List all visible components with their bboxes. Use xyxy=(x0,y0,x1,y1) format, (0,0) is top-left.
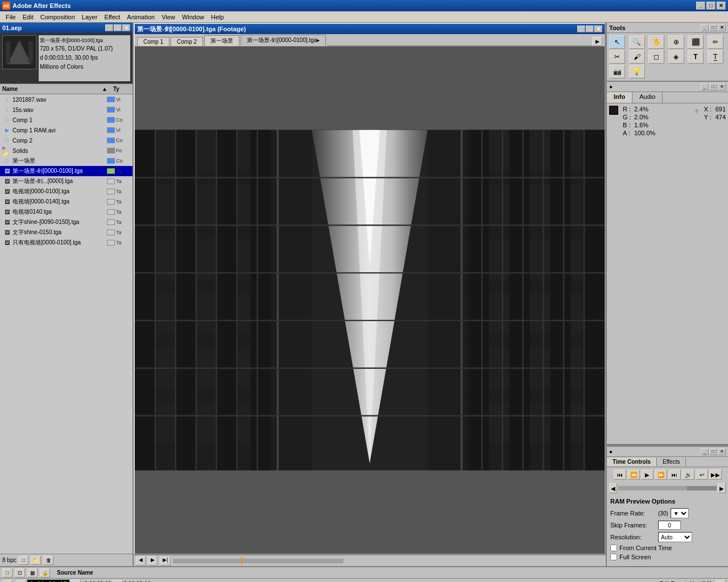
tool-clone[interactable]: ✂ xyxy=(609,50,625,64)
footage-window-controls[interactable]: _ □ ✕ xyxy=(577,26,602,32)
time-nav1[interactable]: ⊡ xyxy=(71,580,81,583)
maximize-btn[interactable]: □ xyxy=(706,2,715,10)
tool-blur[interactable]: ◈ xyxy=(668,50,684,64)
list-item[interactable]: 🖼 电视墙0140.tga Ta xyxy=(0,207,133,217)
menu-layer[interactable]: Layer xyxy=(78,13,101,22)
info-close[interactable]: ✕ xyxy=(718,84,726,90)
tab-effects[interactable]: Effects xyxy=(657,458,686,466)
tab-comp2[interactable]: Comp 2 xyxy=(171,37,203,46)
btn-next-frame[interactable]: ⏩ xyxy=(655,469,667,480)
tool-eraser[interactable]: ◻ xyxy=(648,50,664,64)
menu-effect[interactable]: Effect xyxy=(101,13,123,22)
tab-info[interactable]: Info xyxy=(607,92,632,103)
list-item[interactable]: □ Comp 1 Co xyxy=(0,115,133,125)
playhead[interactable] xyxy=(241,557,242,565)
btn-first-frame[interactable]: ⏮ xyxy=(614,469,626,480)
list-item[interactable]: □ 第一场景 Co xyxy=(0,156,133,166)
btn-sub1[interactable]: ◀ xyxy=(609,483,617,493)
new-comp-btn[interactable]: □ xyxy=(18,556,28,565)
resolution-select[interactable]: Auto xyxy=(658,532,692,542)
comp-icon-btn2[interactable]: ⊡ xyxy=(15,568,25,577)
footage-close[interactable]: ✕ xyxy=(594,26,602,32)
info-maximize[interactable]: □ xyxy=(709,84,717,90)
skip-frames-input[interactable] xyxy=(658,521,681,530)
menu-animation[interactable]: Animation xyxy=(123,13,158,22)
btn-loop[interactable]: ↩ xyxy=(696,469,708,480)
list-item[interactable]: ♪ 15s.wav Vi xyxy=(0,105,133,115)
prev-frame-btn[interactable]: ◀ xyxy=(136,556,146,566)
project-close[interactable]: ✕ xyxy=(122,24,130,31)
menu-view[interactable]: View xyxy=(158,13,179,22)
tool-text[interactable]: T xyxy=(688,50,704,64)
trash-btn[interactable]: 🗑 xyxy=(43,556,53,565)
menu-help[interactable]: Help xyxy=(208,13,228,22)
menu-edit[interactable]: Edit xyxy=(19,13,37,22)
toggle-time[interactable]: ⊞ xyxy=(16,580,26,583)
list-col-name[interactable]: Name xyxy=(2,86,102,92)
btn-play[interactable]: ▶ xyxy=(641,469,653,480)
menu-composition[interactable]: Composition xyxy=(37,13,78,22)
info-minimize[interactable]: _ xyxy=(701,84,709,90)
tools-minimize[interactable]: _ xyxy=(701,24,709,31)
footage-maximize[interactable]: □ xyxy=(586,26,594,32)
tool-hand[interactable]: ✋ xyxy=(648,35,664,49)
tool-select[interactable]: ↖ xyxy=(609,35,625,49)
info-controls[interactable]: _ □ ✕ xyxy=(701,84,726,90)
tool-mask[interactable]: ⬛ xyxy=(688,35,704,49)
list-item[interactable]: ▶ Comp 1 RAM.avi Vi xyxy=(0,125,133,135)
tool-text2[interactable]: T̲ xyxy=(708,50,723,64)
tool-paint[interactable]: 🖌 xyxy=(629,50,645,64)
list-item-selected[interactable]: 🖼 第一场景-剑[0000-0100].tga Ta xyxy=(0,166,133,176)
window-controls[interactable]: _ □ ✕ xyxy=(696,2,726,10)
project-minimize[interactable]: _ xyxy=(105,24,113,31)
tools-maximize[interactable]: □ xyxy=(709,24,717,31)
tab-time-controls[interactable]: Time Controls xyxy=(607,458,657,466)
tool-pen[interactable]: ✏ xyxy=(708,35,723,49)
close-btn[interactable]: ✕ xyxy=(717,2,726,10)
frame-rate-select[interactable]: ▼ xyxy=(671,508,689,518)
tc-maximize[interactable]: □ xyxy=(709,448,717,455)
tab-scene[interactable]: 第一场景 xyxy=(204,35,239,46)
folder-btn[interactable]: 📁 xyxy=(31,556,41,565)
tab-audio[interactable]: Audio xyxy=(632,92,663,103)
minimize-btn[interactable]: _ xyxy=(696,2,705,10)
current-time-display[interactable]: 0:00:00:17 xyxy=(27,580,69,582)
menu-file[interactable]: File xyxy=(2,13,19,22)
list-item[interactable]: □ Comp 2 Co xyxy=(0,135,133,146)
duration-nav[interactable]: △ xyxy=(113,580,123,583)
list-item[interactable]: 🖼 电视墙[0000-0100].tga Ta xyxy=(0,186,133,197)
tool-orbit[interactable]: ⊕ xyxy=(668,35,684,49)
tool-camera[interactable]: 📷 xyxy=(609,65,625,78)
time-controls-window-controls[interactable]: _ □ ✕ xyxy=(701,448,726,455)
footage-minimize[interactable]: _ xyxy=(577,26,585,32)
tab-footage[interactable]: 第一场景-剑[0000-0100].tga▸ xyxy=(241,35,326,46)
list-item[interactable]: ♪ 1201887.wav Vi xyxy=(0,94,133,105)
menu-window[interactable]: Window xyxy=(179,13,208,22)
next-frame-btn[interactable]: ▶| xyxy=(160,556,171,566)
list-col-sort[interactable]: ▲ xyxy=(102,86,113,92)
comp-icon-btn1[interactable]: □ xyxy=(2,568,13,577)
tc-close[interactable]: ✕ xyxy=(718,448,726,455)
playback-scrubber[interactable] xyxy=(618,486,717,490)
comp-icon-btn3[interactable]: ▦ xyxy=(27,568,38,577)
expand-btn[interactable]: ▶ xyxy=(715,580,726,583)
tool-zoom[interactable]: 🔍 xyxy=(629,35,645,49)
list-item[interactable]: 🖼 第一场景-剑...[0000].tga Ta xyxy=(0,176,133,186)
from-current-checkbox[interactable] xyxy=(610,544,617,551)
comp-play-btn[interactable]: ▶ xyxy=(2,580,13,583)
btn-audio[interactable]: 🔊 xyxy=(682,469,694,480)
playhead-scrubber[interactable] xyxy=(173,559,344,563)
tab-comp1[interactable]: Comp 1 xyxy=(137,37,169,46)
tools-close[interactable]: ✕ xyxy=(718,24,726,31)
tools-controls[interactable]: _ □ ✕ xyxy=(701,24,726,31)
btn-last-frame[interactable]: ⏭ xyxy=(668,469,681,480)
play-btn[interactable]: ▶ xyxy=(148,556,158,566)
tc-minimize[interactable]: _ xyxy=(701,448,709,455)
list-item[interactable]: 🖼 文字shine-0150.tga Ta xyxy=(0,227,133,238)
list-item[interactable]: ▶ 📁 Solids Fo xyxy=(0,146,133,156)
btn-prev-frame[interactable]: ⏪ xyxy=(627,469,640,480)
project-list[interactable]: ♪ 1201887.wav Vi ♪ 15s.wav Vi □ Comp 1 C… xyxy=(0,94,133,554)
footage-menu-btn[interactable]: ▶ xyxy=(592,37,602,46)
list-item[interactable]: 🖼 文字shine-[0090-0150].tga Ta xyxy=(0,217,133,227)
project-maximize[interactable]: □ xyxy=(114,24,122,31)
